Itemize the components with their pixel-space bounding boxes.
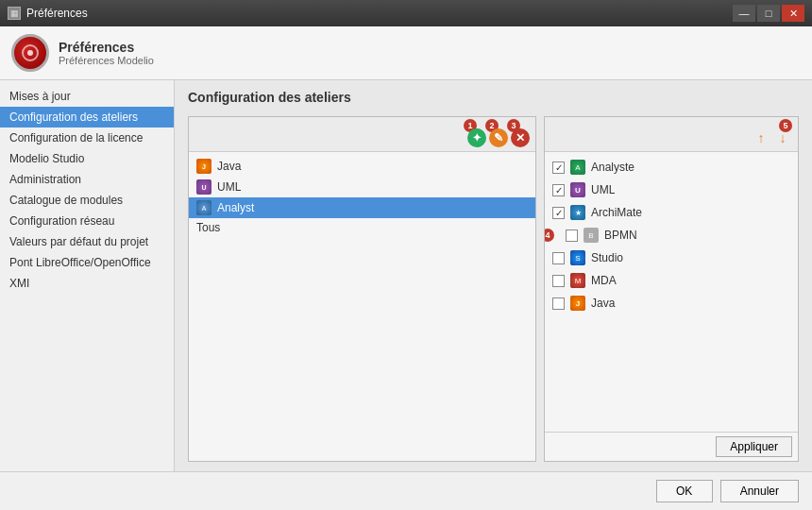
- list-item-analyst-label: Analyst: [217, 201, 254, 214]
- right-list-item-mda[interactable]: M MDA: [545, 269, 798, 292]
- workshop-panels: 1 2 3 ✦ ✎ ✕: [188, 116, 799, 462]
- badge-5: 5: [779, 119, 792, 132]
- window-title: Préférences: [26, 7, 88, 20]
- logo-dot: [27, 50, 33, 56]
- right-item-mda-label: MDA: [591, 274, 617, 287]
- archimate-icon: ★: [570, 205, 585, 220]
- analyste-icon: A: [570, 160, 585, 175]
- sidebar-item-modelio-studio[interactable]: Modelio Studio: [0, 148, 174, 169]
- right-list-item-archimate[interactable]: ★ ArchiMate: [545, 201, 798, 224]
- right-item-analyste-label: Analyste: [591, 161, 634, 174]
- title-bar: ▦ Préférences — □ ✕: [0, 0, 812, 26]
- window-controls: — □ ✕: [733, 5, 804, 22]
- content-area: Configuration des ateliers 1 2 3 ✦: [175, 80, 812, 471]
- right-list-item-uml[interactable]: U UML: [545, 178, 798, 201]
- apply-button[interactable]: Appliquer: [716, 436, 792, 457]
- java-right-icon: J: [570, 296, 585, 311]
- add-icon: ✦: [472, 131, 482, 144]
- studio-icon: S: [570, 250, 585, 265]
- edit-workshop-button[interactable]: ✎: [489, 128, 508, 147]
- list-item-java-label: Java: [217, 160, 241, 173]
- edit-icon: ✎: [494, 131, 503, 144]
- right-item-uml-label: UML: [591, 183, 615, 196]
- delete-workshop-button[interactable]: ✕: [511, 128, 530, 147]
- apply-row: Appliquer: [545, 432, 798, 461]
- ok-button[interactable]: OK: [656, 480, 713, 502]
- sidebar-item-mises-a-jour[interactable]: Mises à jour: [0, 86, 174, 107]
- sidebar-item-pont-libreoffice[interactable]: Pont LibreOffice/OpenOffice: [0, 252, 174, 273]
- delete-icon: ✕: [516, 131, 525, 144]
- right-panel-toolbar: 5 ↑ ↓: [545, 117, 798, 152]
- uml-right-icon: U: [570, 182, 585, 197]
- right-list-item-studio[interactable]: S Studio: [545, 246, 798, 269]
- app-logo: [11, 34, 49, 72]
- right-list-item-bpmn[interactable]: 4 B BPMN: [545, 224, 798, 246]
- header-text: Préférences Préférences Modelio: [59, 40, 154, 66]
- sidebar-item-config-ateliers[interactable]: Configuration des ateliers: [0, 107, 174, 128]
- sidebar-item-config-licence[interactable]: Configuration de la licence: [0, 128, 174, 148]
- checkbox-java-right[interactable]: [552, 298, 565, 310]
- uml-icon: U: [196, 179, 211, 195]
- sidebar-item-catalogue-modules[interactable]: Catalogue de modules: [0, 190, 174, 211]
- checkbox-bpmn[interactable]: [566, 230, 578, 242]
- list-item-tous[interactable]: Tous: [189, 218, 535, 237]
- right-item-studio-label: Studio: [591, 251, 623, 264]
- body-area: Mises à jour Configuration des ateliers …: [0, 80, 812, 471]
- logo-inner: [22, 44, 39, 61]
- cancel-button[interactable]: Annuler: [720, 480, 799, 502]
- badge-4: 4: [545, 229, 554, 242]
- maximize-button[interactable]: □: [757, 5, 780, 22]
- checkbox-archimate[interactable]: [552, 207, 565, 219]
- workshop-list: J Java U UML A Analyst Tous: [189, 152, 535, 461]
- list-item-uml-label: UML: [217, 180, 241, 194]
- main-container: Préférences Préférences Modelio Mises à …: [0, 26, 812, 510]
- left-panel-toolbar: 1 2 3 ✦ ✎ ✕: [189, 117, 535, 152]
- list-item-tous-label: Tous: [196, 221, 220, 234]
- sidebar-item-administration[interactable]: Administration: [0, 169, 174, 190]
- checkbox-uml[interactable]: [552, 184, 565, 196]
- right-item-java-label: Java: [591, 297, 615, 310]
- java-icon: J: [196, 159, 211, 174]
- content-title: Configuration des ateliers: [188, 90, 799, 105]
- right-list: A Analyste U UML ★ Arc: [545, 152, 798, 432]
- add-workshop-button[interactable]: ✦: [467, 128, 486, 147]
- title-bar-left: ▦ Préférences: [8, 7, 88, 20]
- list-item-uml[interactable]: U UML: [189, 177, 535, 197]
- checkbox-mda[interactable]: [552, 275, 565, 287]
- right-item-archimate-label: ArchiMate: [591, 206, 642, 219]
- header-title: Préférences: [59, 40, 154, 55]
- right-panel: 5 ↑ ↓ A Analyste: [544, 116, 799, 462]
- right-item-bpmn-label: BPMN: [604, 229, 637, 242]
- sidebar: Mises à jour Configuration des ateliers …: [0, 80, 175, 471]
- checkbox-studio[interactable]: [552, 252, 565, 264]
- bpmn-icon: B: [584, 228, 599, 243]
- analyst-icon: A: [196, 200, 211, 215]
- header-area: Préférences Préférences Modelio: [0, 26, 812, 80]
- right-list-item-java[interactable]: J Java: [545, 292, 798, 314]
- checkbox-analyste[interactable]: [552, 162, 565, 174]
- right-list-item-analyste[interactable]: A Analyste: [545, 156, 798, 178]
- header-subtitle: Préférences Modelio: [59, 55, 154, 66]
- app-icon: ▦: [8, 7, 21, 20]
- left-panel: 1 2 3 ✦ ✎ ✕: [188, 116, 536, 462]
- list-item-analyst[interactable]: A Analyst: [189, 197, 535, 218]
- sidebar-item-config-reseau[interactable]: Configuration réseau: [0, 211, 174, 231]
- footer: OK Annuler: [0, 471, 812, 510]
- close-button[interactable]: ✕: [782, 5, 804, 22]
- sidebar-item-valeurs-defaut[interactable]: Valeurs par défaut du projet: [0, 231, 174, 252]
- list-item-java[interactable]: J Java: [189, 156, 535, 177]
- move-up-button[interactable]: ↑: [752, 128, 770, 147]
- minimize-button[interactable]: —: [733, 5, 755, 22]
- sidebar-item-xmi[interactable]: XMI: [0, 273, 174, 294]
- mda-icon: M: [570, 273, 585, 288]
